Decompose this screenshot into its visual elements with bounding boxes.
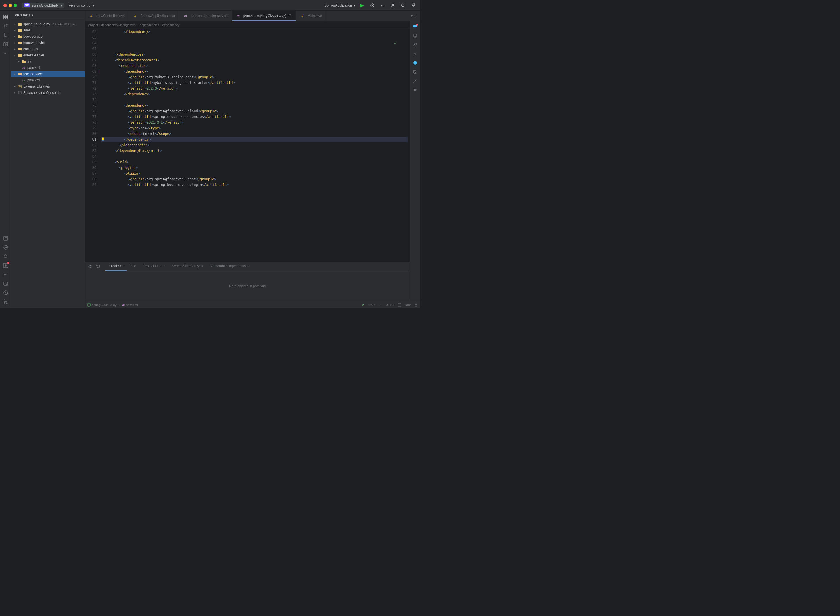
code-content[interactable]: </dependency> </dependencies> <dependen xyxy=(99,29,410,261)
status-project-name: springCloudStudy xyxy=(92,303,116,307)
maven-icon[interactable]: m xyxy=(412,50,419,57)
account-icon[interactable] xyxy=(389,2,396,9)
status-line-ending[interactable]: LF xyxy=(379,303,382,307)
code-line-67: <dependencyManagement> xyxy=(101,57,407,63)
chat-icon[interactable] xyxy=(412,23,419,30)
activity-terminal-icon[interactable] xyxy=(2,280,10,287)
status-left: springCloudStudy › m pom.xml xyxy=(87,303,138,307)
sidebar-item-scratches[interactable]: ▶ Scratches and Consoles xyxy=(11,89,85,96)
sidebar-item-label-commons: commons xyxy=(23,47,38,51)
close-button[interactable] xyxy=(3,4,7,7)
more-options-button[interactable]: ⋯ xyxy=(379,2,386,9)
code-line-80: <scope>import</scope> xyxy=(101,131,407,136)
sidebar-item-eureka-server[interactable]: ▾ eureka-server xyxy=(11,52,85,59)
sidebar-item-borrow-service[interactable]: ▶ borrow-service xyxy=(11,40,85,46)
search-icon[interactable] xyxy=(400,2,406,9)
run-button[interactable]: ▶ xyxy=(359,2,366,9)
bottom-tab-problems[interactable]: Problems xyxy=(106,262,127,271)
debug-button[interactable] xyxy=(369,2,376,9)
tab-borrow-application[interactable]: J BorrowApplication.java xyxy=(129,11,179,21)
tab-pom-eureka[interactable]: m pom.xml (eureka-server) xyxy=(179,11,232,21)
users-icon[interactable] xyxy=(412,41,419,48)
leaf-icon[interactable] xyxy=(412,78,419,84)
code-line-65 xyxy=(101,46,407,51)
bottom-tab-server-analysis[interactable]: Server-Side Analysis xyxy=(168,262,206,271)
run-configuration[interactable]: BorrowApplication ▾ xyxy=(324,3,355,7)
bottom-tab-project-errors[interactable]: Project Errors xyxy=(140,262,168,271)
project-name: springCloudStudy xyxy=(32,3,59,7)
activity-bookmarks-icon[interactable] xyxy=(2,31,10,39)
version-control-selector[interactable]: Version control ▾ xyxy=(69,3,94,7)
breadcrumb-dependency[interactable]: dependency xyxy=(162,23,179,26)
sidebar-item-root[interactable]: ▾ springCloudStudy ~/Desktop/CS/Java xyxy=(11,21,85,27)
status-indent[interactable]: Tab* xyxy=(405,303,411,307)
svg-point-36 xyxy=(414,43,415,45)
sidebar-item-external-libraries[interactable]: ▶ External Libraries xyxy=(11,83,85,89)
database-icon[interactable] xyxy=(412,32,419,39)
activity-search-bottom-icon[interactable] xyxy=(2,252,10,260)
status-position-value: 81:27 xyxy=(367,303,375,307)
eye-slash-icon[interactable] xyxy=(95,263,101,270)
bottom-tab-file[interactable]: File xyxy=(127,262,140,271)
tab-close-button[interactable]: ✕ xyxy=(288,13,292,18)
activity-format-icon[interactable] xyxy=(2,271,10,279)
status-readonly-icon[interactable] xyxy=(414,303,418,307)
svg-rect-22 xyxy=(4,282,8,285)
version-control-chevron-icon: ▾ xyxy=(93,3,94,7)
tab-borrow-controller[interactable]: J rrowController.java xyxy=(85,11,129,21)
tab-pom-springcloudstudy[interactable]: m pom.xml (springCloudStudy) ✕ xyxy=(232,11,296,21)
tree-arrow-root: ▾ xyxy=(13,23,18,25)
tab-main-java[interactable]: J Main.java xyxy=(296,11,326,21)
sidebar-item-pom-user[interactable]: ▶ m pom.xml xyxy=(11,77,85,83)
breadcrumb-project[interactable]: project xyxy=(88,23,98,26)
maximize-button[interactable] xyxy=(13,4,17,7)
status-encoding[interactable]: UTF-8 xyxy=(386,303,394,307)
sidebar-item-src[interactable]: ▶ src xyxy=(11,59,85,65)
status-file[interactable]: m pom.xml xyxy=(122,303,138,307)
breadcrumb-dependency-management[interactable]: dependencyManagement xyxy=(101,23,137,26)
breadcrumb-dependencies[interactable]: dependencies xyxy=(140,23,159,26)
sidebar-item-user-service[interactable]: ▶ user-service xyxy=(11,71,85,77)
sidebar-item-idea[interactable]: ▶ .idea xyxy=(11,27,85,34)
ai-icon[interactable] xyxy=(412,87,419,94)
activity-project-icon[interactable] xyxy=(2,13,10,21)
m-icon-pom-eureka: m xyxy=(22,66,26,70)
activity-git-bottom-icon[interactable] xyxy=(2,298,10,306)
code-line-78: <version>2021.0.1</version> xyxy=(101,120,407,125)
sidebar-item-label-book-service: book-service xyxy=(23,35,43,38)
sidebar-tree: ▾ springCloudStudy ~/Desktop/CS/Java ▶ .… xyxy=(11,20,85,308)
status-project[interactable]: springCloudStudy xyxy=(87,303,116,307)
activity-run-icon[interactable] xyxy=(2,243,10,251)
activity-todo-icon[interactable] xyxy=(2,234,10,242)
tree-arrow-user-service: ▶ xyxy=(13,73,18,75)
sidebar-item-commons[interactable]: ▶ commons xyxy=(11,46,85,52)
status-vim[interactable]: V xyxy=(362,303,364,307)
sidebar-item-pom-eureka[interactable]: ▶ m pom.xml xyxy=(11,65,85,71)
settings-icon[interactable] xyxy=(410,2,416,9)
activity-git-icon[interactable] xyxy=(2,261,10,270)
bottom-tab-vulnerable[interactable]: Vulnerable Dependencies xyxy=(207,262,253,271)
sidebar-item-book-service[interactable]: ▶ book-service xyxy=(11,34,85,40)
folder-icon-external-libraries xyxy=(18,84,22,89)
minimize-button[interactable] xyxy=(9,4,12,7)
project-selector[interactable]: SC springCloudStudy ▾ xyxy=(22,3,65,8)
activity-problems-icon[interactable] xyxy=(2,289,10,297)
code-line-85: <build> xyxy=(101,159,407,165)
activity-plugins-icon[interactable] xyxy=(2,40,10,48)
notification-icon[interactable]: ! xyxy=(412,60,419,66)
history-icon[interactable] xyxy=(412,69,419,75)
tree-arrow-commons: ▶ xyxy=(13,48,18,50)
status-indent-icon[interactable] xyxy=(398,303,401,307)
activity-vcs-icon[interactable] xyxy=(2,22,10,30)
code-line-62: </dependency> xyxy=(101,29,407,35)
folder-icon-idea xyxy=(18,28,22,32)
code-line-88: <groupId>org.springframework.boot</group… xyxy=(101,176,407,182)
eye-icon[interactable] xyxy=(87,263,94,270)
code-line-89: <artifactId>spring-boot-maven-plugin</ar… xyxy=(101,182,407,188)
tabs-more-button[interactable]: ▾ ⋯ xyxy=(409,13,420,18)
code-editor[interactable]: ✓ 62 63 64 65 66 67 68 69 70 71 72 73 xyxy=(85,29,410,261)
svg-point-10 xyxy=(6,24,7,25)
status-position[interactable]: 81:27 xyxy=(367,303,375,307)
sidebar-item-label-idea: .idea xyxy=(23,28,31,32)
activity-more-icon[interactable]: ··· xyxy=(2,49,10,57)
